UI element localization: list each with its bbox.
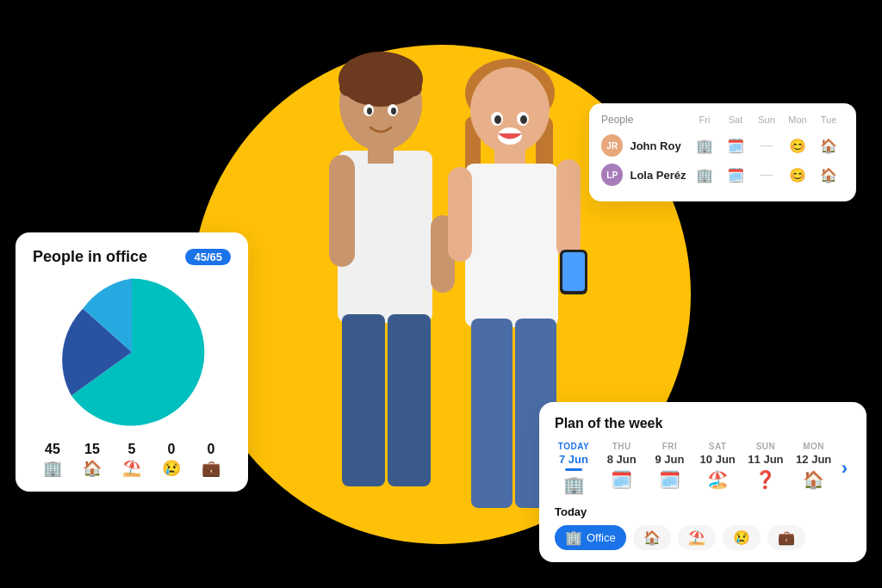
pie-chart-container (33, 275, 231, 430)
today-option-business[interactable]: 💼 (767, 525, 805, 550)
people-day-labels: Fri Sat Sun Mon Tue (689, 115, 844, 125)
svg-rect-8 (388, 314, 431, 486)
legend-item-3: 0 😢 (162, 442, 181, 478)
svg-rect-2 (339, 79, 422, 96)
legend-item-1: 15 🏠 (83, 442, 102, 478)
plan-of-week-card: Plan of the week TODAY 7 Jun 🏢 THU 8 Jun… (539, 402, 866, 562)
person-row-john: JR John Roy 🏢 🗓️ — 😊 🏠 (601, 134, 844, 157)
week-day-sun[interactable]: SUN 11 Jun ❓ (747, 442, 785, 495)
today-option-home[interactable]: 🏠 (633, 525, 671, 550)
svg-rect-7 (342, 314, 385, 486)
today-section: Today 🏢 Office 🏠 ⛱️ 😢 💼 (555, 505, 851, 550)
svg-rect-20 (556, 159, 581, 258)
week-day-today[interactable]: TODAY 7 Jun 🏢 (555, 442, 593, 495)
today-option-beach[interactable]: ⛱️ (678, 525, 716, 550)
legend-item-4: 0 💼 (202, 442, 220, 478)
pie-chart (54, 275, 209, 430)
office-legend: 45 🏢 15 🏠 5 ⛱️ 0 😢 0 💼 (33, 442, 231, 478)
week-navigation: TODAY 7 Jun 🏢 THU 8 Jun 🗓️ FRI 9 Jun 🗓️ … (555, 442, 851, 495)
week-days-row: TODAY 7 Jun 🏢 THU 8 Jun 🗓️ FRI 9 Jun 🗓️ … (555, 442, 833, 495)
svg-rect-5 (329, 155, 355, 267)
svg-rect-22 (562, 252, 585, 291)
person-row-lola: LP Lola Peréz 🏢 🗓️ — 😊 🏠 (601, 164, 844, 186)
legend-item-0: 45 🏢 (43, 442, 62, 478)
today-options-row: 🏢 Office 🏠 ⛱️ 😢 💼 (555, 525, 851, 550)
svg-rect-4 (368, 142, 394, 164)
avatar-lola: LP (601, 164, 623, 186)
svg-rect-23 (471, 319, 512, 508)
today-option-office[interactable]: 🏢 Office (555, 525, 626, 550)
people-card-header: People Fri Sat Sun Mon Tue (601, 114, 844, 126)
plan-card-title: Plan of the week (555, 416, 851, 431)
lola-days: 🏢 🗓️ — 😊 🏠 (689, 167, 844, 183)
office-card-header: People in office 45/65 (33, 248, 231, 266)
people-schedule-card: People Fri Sat Sun Mon Tue JR John Roy 🏢… (589, 103, 856, 201)
week-day-fri[interactable]: FRI 9 Jun 🗓️ (650, 442, 688, 495)
svg-point-11 (367, 108, 372, 115)
svg-point-29 (520, 115, 527, 124)
people-in-office-card: People in office 45/65 45 🏢 15 � (16, 232, 248, 492)
week-nav-right-arrow[interactable]: › (838, 457, 851, 480)
week-day-mon[interactable]: MON 12 Jun 🏠 (795, 442, 833, 495)
week-day-sat[interactable]: SAT 10 Jun 🏖️ (699, 442, 736, 495)
john-days: 🏢 🗓️ — 😊 🏠 (689, 138, 844, 154)
today-option-sick[interactable]: 😢 (723, 525, 761, 550)
svg-point-12 (391, 108, 396, 115)
svg-rect-19 (448, 167, 472, 262)
svg-point-28 (494, 115, 501, 124)
week-day-thu[interactable]: THU 8 Jun 🗓️ (603, 442, 641, 495)
active-day-indicator (565, 468, 582, 471)
today-label: Today (555, 505, 851, 518)
office-card-title: People in office (33, 248, 147, 266)
office-count-badge: 45/65 (185, 249, 231, 265)
avatar-john: JR (601, 134, 623, 157)
legend-item-2: 5 ⛱️ (122, 442, 141, 478)
svg-rect-18 (465, 164, 558, 327)
main-scene: People in office 45/65 45 🏢 15 � (0, 0, 882, 588)
